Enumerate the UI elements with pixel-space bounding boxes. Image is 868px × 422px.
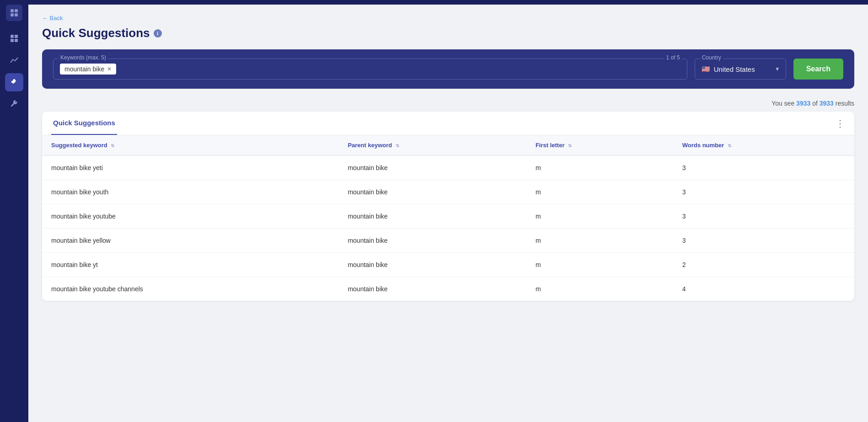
keywords-input[interactable]: mountain bike ✕ [53,59,687,80]
cell-words-number: 3 [673,229,854,253]
country-label: Country [700,54,723,61]
tab-quick-suggestions[interactable]: Quick Suggestions [51,112,117,135]
svg-rect-7 [15,39,18,42]
page-title-wrapper: Quick Suggestions i [42,26,854,40]
svg-rect-1 [15,9,18,12]
sidebar-item-chart[interactable] [5,51,23,69]
results-of: of [812,100,818,107]
keyword-tag-text: mountain bike [64,65,104,73]
country-select[interactable]: 🇺🇸 United States ▼ [695,59,786,80]
cell-parent-keyword: mountain bike [338,277,526,301]
country-value: United States [714,65,755,73]
cell-suggested-keyword: mountain bike yellow [42,229,338,253]
cell-first-letter: m [526,277,673,301]
svg-rect-2 [11,13,14,16]
table-body: mountain bike yeti mountain bike m 3 mou… [42,155,854,301]
cell-first-letter: m [526,204,673,229]
search-button[interactable]: Search [793,59,843,80]
cell-suggested-keyword: mountain bike youth [42,180,338,204]
country-flag: 🇺🇸 [702,65,710,73]
cell-suggested-keyword: mountain bike yt [42,253,338,277]
chevron-down-icon: ▼ [775,66,780,72]
col-parent-keyword[interactable]: Parent keyword ⇅ [338,135,526,155]
cell-first-letter: m [526,253,673,277]
cell-suggested-keyword: mountain bike yeti [42,155,338,180]
keyword-tag-remove[interactable]: ✕ [107,66,112,72]
results-label: results [836,100,854,107]
svg-rect-4 [11,35,14,38]
cell-words-number: 4 [673,277,854,301]
search-panel: Keywords (max. 5) 1 of 5 mountain bike ✕… [42,49,854,89]
table-row: mountain bike youtube channels mountain … [42,277,854,301]
results-showing: 3933 [796,100,810,107]
sidebar-item-grid[interactable] [5,29,23,48]
cell-words-number: 3 [673,204,854,229]
svg-rect-6 [11,39,14,42]
sidebar-item-tools[interactable] [5,95,23,113]
cell-words-number: 2 [673,253,854,277]
results-prefix: You see [772,100,794,107]
col-words-number[interactable]: Words number ⇅ [673,135,854,155]
sidebar [0,0,28,422]
cell-suggested-keyword: mountain bike youtube [42,204,338,229]
cell-parent-keyword: mountain bike [338,204,526,229]
table-row: mountain bike yt mountain bike m 2 [42,253,854,277]
table-card: Quick Suggestions ⋮ Suggested keyword ⇅ … [42,112,854,301]
sort-icon-parent: ⇅ [396,143,399,148]
country-wrapper: Country 🇺🇸 United States ▼ [695,59,786,80]
main-area: ← Back Quick Suggestions i Keywords (max… [28,0,868,422]
cell-parent-keyword: mountain bike [338,253,526,277]
cell-parent-keyword: mountain bike [338,180,526,204]
table-header-row: Suggested keyword ⇅ Parent keyword ⇅ Fir… [42,135,854,155]
topbar [28,0,868,5]
col-suggested-keyword[interactable]: Suggested keyword ⇅ [42,135,338,155]
cell-first-letter: m [526,229,673,253]
svg-rect-3 [15,13,18,16]
keyword-tag-mountain-bike: mountain bike ✕ [60,64,116,75]
col-first-letter[interactable]: First letter ⇅ [526,135,673,155]
cell-words-number: 3 [673,180,854,204]
results-total: 3933 [820,100,834,107]
cell-first-letter: m [526,155,673,180]
sort-icon-words: ⇅ [728,143,731,148]
cell-parent-keyword: mountain bike [338,229,526,253]
page-title: Quick Suggestions [42,26,150,40]
more-options-icon[interactable]: ⋮ [836,118,845,129]
svg-rect-0 [11,9,14,12]
table-row: mountain bike yeti mountain bike m 3 [42,155,854,180]
table-row: mountain bike youtube mountain bike m 3 [42,204,854,229]
sort-icon-first-letter: ⇅ [568,143,572,148]
table-row: mountain bike yellow mountain bike m 3 [42,229,854,253]
cell-parent-keyword: mountain bike [338,155,526,180]
table-row: mountain bike youth mountain bike m 3 [42,180,854,204]
content-area: ← Back Quick Suggestions i Keywords (max… [28,5,868,422]
cell-first-letter: m [526,180,673,204]
results-table: Suggested keyword ⇅ Parent keyword ⇅ Fir… [42,135,854,301]
keywords-label: Keywords (max. 5) [59,54,108,61]
svg-rect-5 [15,35,18,38]
cell-suggested-keyword: mountain bike youtube channels [42,277,338,301]
back-link[interactable]: ← Back [42,15,63,21]
results-info: You see 3933 of 3933 results [42,100,854,107]
keywords-wrapper: Keywords (max. 5) 1 of 5 mountain bike ✕ [53,59,687,80]
sidebar-item-puzzle[interactable] [5,73,23,91]
sidebar-logo [6,5,22,21]
keywords-count: 1 of 5 [664,54,682,61]
info-icon[interactable]: i [154,29,162,37]
cell-words-number: 3 [673,155,854,180]
sort-icon-suggested: ⇅ [111,143,114,148]
tab-bar: Quick Suggestions ⋮ [42,112,854,135]
